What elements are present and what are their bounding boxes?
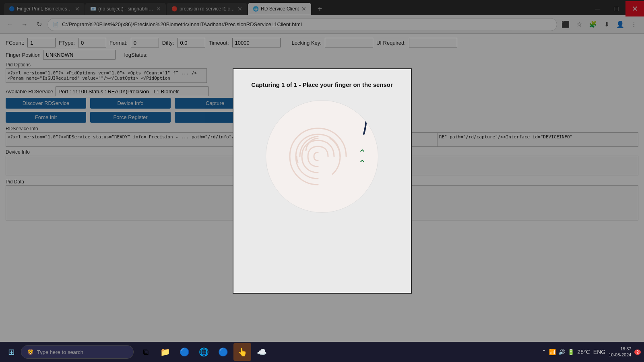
fingerprint-circle: ⌃ ⌃ xyxy=(266,100,378,213)
edge-button[interactable]: 🔵 xyxy=(175,343,193,361)
task-view-button[interactable]: ⧉ xyxy=(137,343,155,361)
taskbar-search-box[interactable]: 🦁 Type here to search xyxy=(21,345,134,359)
chevron-up-2: ⌃ xyxy=(358,159,366,169)
taskbar: ⊞ 🦁 Type here to search ⧉ 📁 🔵 🌐 🔵 👆 ☁️ ⌃ xyxy=(0,342,644,362)
taskbar-app-icons: ⧉ 📁 🔵 🌐 🔵 👆 ☁️ xyxy=(137,343,270,361)
edge-icon: 🔵 xyxy=(180,347,190,357)
network-icon[interactable]: 📶 xyxy=(549,349,556,355)
system-tray-icons: ⌃ 📶 🔊 🔋 xyxy=(542,349,574,355)
time-display: 18:37 xyxy=(609,346,631,352)
weather-button[interactable]: ☁️ xyxy=(253,343,270,361)
fingerprint-button[interactable]: 👆 xyxy=(233,343,251,361)
windows-logo-icon: ⊞ xyxy=(8,347,15,357)
taskbar-search-placeholder: Type here to search xyxy=(37,349,83,355)
task-view-icon: ⧉ xyxy=(143,348,149,357)
spinner-arc xyxy=(340,107,368,139)
chevron-up-1: ⌃ xyxy=(358,148,366,158)
search-icon: 🦁 xyxy=(27,349,34,355)
chevrons: ⌃ ⌃ xyxy=(358,148,366,169)
temperature-display: 28°C xyxy=(578,349,590,355)
notification-badge[interactable]: 2 xyxy=(634,350,641,355)
weather-icon: ☁️ xyxy=(257,347,267,357)
chrome-button[interactable]: 🌐 xyxy=(195,343,213,361)
start-button[interactable]: ⊞ xyxy=(3,344,19,360)
battery-icon[interactable]: 🔋 xyxy=(568,349,574,355)
fingerprint-taskbar-icon: 👆 xyxy=(237,347,248,357)
language-display: ENG xyxy=(593,349,605,355)
arrow-up-icon[interactable]: ⌃ xyxy=(542,349,547,355)
file-explorer-button[interactable]: 📁 xyxy=(156,343,174,361)
taskbar-right-area: ⌃ 📶 🔊 🔋 28°C ENG 18:37 10-08-2024 2 xyxy=(542,346,641,358)
date-display: 10-08-2024 xyxy=(609,352,631,358)
clock-display: 18:37 10-08-2024 xyxy=(609,346,631,358)
modal-overlay: Capturing 1 of 1 - Place your finger on … xyxy=(0,0,644,362)
chrome-icon: 🌐 xyxy=(199,347,209,357)
capture-modal: Capturing 1 of 1 - Place your finger on … xyxy=(233,68,412,294)
dell-support-button[interactable]: 🔵 xyxy=(214,343,232,361)
modal-title: Capturing 1 of 1 - Place your finger on … xyxy=(251,81,393,88)
dell-icon: 🔵 xyxy=(218,347,228,357)
file-explorer-icon: 📁 xyxy=(160,347,170,357)
volume-icon[interactable]: 🔊 xyxy=(558,349,565,355)
